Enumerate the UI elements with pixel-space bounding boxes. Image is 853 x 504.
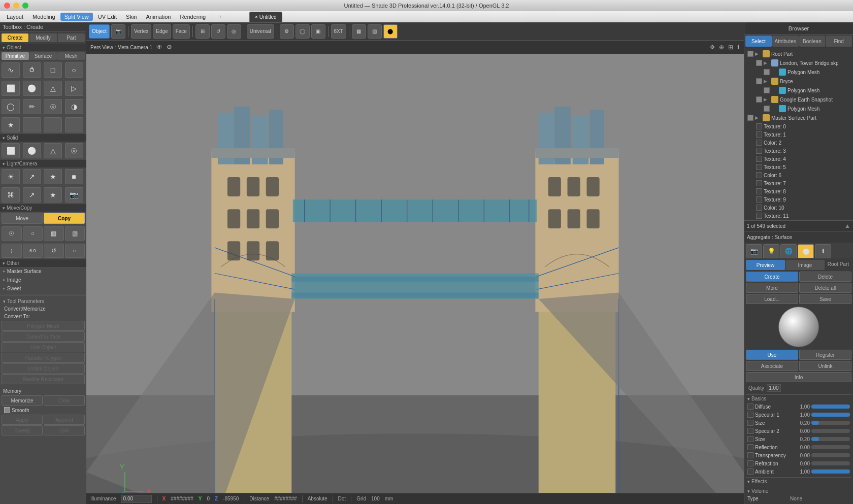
move-btn-5[interactable]: ↕ — [2, 244, 22, 258]
mat-tab-bg[interactable]: 🌐 — [780, 244, 797, 258]
tree-texture-7[interactable]: Texture: 7 — [746, 179, 851, 187]
move-btn-1[interactable]: ☉ — [2, 226, 22, 241]
browser-tab-find[interactable]: Find — [826, 36, 852, 47]
toolbar-square[interactable]: ▣ — [311, 24, 325, 39]
tree-check-poly3[interactable] — [764, 106, 770, 112]
prop-check-spec1[interactable] — [747, 412, 753, 418]
close-button[interactable] — [4, 3, 10, 9]
prop-slider-diffuse[interactable] — [811, 405, 850, 409]
prop-slider-refr[interactable] — [811, 461, 850, 465]
toolbar-ring[interactable]: ◯ — [296, 24, 310, 39]
toolbar-grid3[interactable]: ▧ — [368, 24, 382, 39]
btn-curved-surface[interactable]: Curved Surface — [2, 331, 85, 342]
light-btn-2[interactable]: ↗ — [23, 169, 41, 184]
move-button[interactable]: Move — [2, 213, 43, 224]
tool-arrow[interactable]: ▷ — [65, 81, 83, 96]
tree-texture-0[interactable]: Texture: 0 — [746, 122, 851, 130]
mat-save-btn[interactable]: Save — [799, 294, 851, 304]
tree-poly-mesh-3[interactable]: ▶ Polygon Mesh — [746, 104, 851, 113]
menu-minus[interactable]: − — [227, 13, 238, 21]
viewport[interactable]: Pers View : Meta Camera 1 👁 ⚙ ✥ ⊕ ⊞ ℹ — [86, 41, 744, 493]
tree-check-tex5[interactable] — [756, 164, 762, 170]
tree-check-tex7[interactable] — [756, 180, 762, 186]
prop-check-diffuse[interactable] — [747, 404, 753, 410]
tree-color-10[interactable]: Color: 10 — [746, 204, 851, 212]
toolbar-circle[interactable]: ◎ — [227, 24, 241, 39]
tool-ring[interactable]: ⦾ — [44, 99, 62, 114]
viewport-icon-eye[interactable]: 👁 — [156, 44, 162, 51]
tree-texture-9[interactable]: Texture: 9 — [746, 195, 851, 204]
tree-texture-8[interactable]: Texture: 8 — [746, 187, 851, 195]
tab-untitled[interactable]: × Untitled — [249, 12, 282, 22]
toolbar-8xt[interactable]: 8XT — [331, 24, 346, 39]
tree-check-tex11[interactable] — [756, 213, 762, 219]
menu-modeling[interactable]: Modeling — [28, 13, 59, 21]
tree-texture-4[interactable]: Texture: 4 — [746, 155, 851, 163]
mat-tab-surface[interactable]: ⬤ — [798, 244, 814, 258]
tool-extra2[interactable] — [23, 117, 41, 132]
tree-check-tex9[interactable] — [756, 196, 762, 203]
subtab-mesh[interactable]: Mesh — [57, 52, 85, 60]
prop-check-refr[interactable] — [747, 460, 753, 466]
toolbar-object[interactable]: Object — [89, 24, 110, 39]
link-button[interactable]: Link — [44, 425, 85, 435]
mat-register-btn[interactable]: Register — [799, 350, 851, 360]
mat-tab-info[interactable]: ℹ — [815, 244, 831, 258]
menu-uvedit[interactable]: UV Edit — [94, 13, 121, 21]
menu-rendering[interactable]: Rendering — [176, 13, 210, 21]
prop-check-size2[interactable] — [747, 436, 753, 442]
subtab-primitive[interactable]: Primitive — [2, 52, 29, 60]
tree-check-master[interactable] — [747, 115, 753, 121]
solid-btn-4[interactable]: ⦾ — [65, 143, 83, 158]
move-btn-7[interactable]: ↺ — [44, 244, 64, 258]
apply-button[interactable]: Apply — [2, 415, 43, 425]
light-btn-1[interactable]: ☀ — [2, 169, 20, 184]
move-btn-3[interactable]: ▦ — [44, 226, 64, 241]
tree-poly-mesh-2[interactable]: ▶ Polygon Mesh — [746, 86, 851, 95]
other-master-surface[interactable]: Master Surface — [0, 267, 86, 276]
tab-create[interactable]: Create — [2, 33, 28, 42]
mat-info-btn[interactable]: Info — [746, 372, 851, 382]
tree-check-tex3[interactable] — [756, 148, 762, 154]
prop-check-amb[interactable] — [747, 468, 753, 475]
solid-btn-1[interactable]: ⬜ — [2, 143, 20, 158]
mat-subtab-preview[interactable]: Preview — [746, 260, 785, 270]
move-btn-4[interactable]: ▧ — [65, 226, 85, 241]
browser-tab-select[interactable]: Select — [745, 36, 772, 47]
tree-check-bryce[interactable] — [756, 78, 762, 84]
tool-cone[interactable]: △ — [44, 81, 62, 96]
mat-unlink-btn[interactable]: Unlink — [799, 361, 851, 371]
prop-check-refl[interactable] — [747, 444, 753, 450]
memorize-button[interactable]: Memorize — [2, 395, 43, 406]
tree-google-earth[interactable]: ▶ Google Earth Snapshot — [746, 95, 851, 104]
tool-cube[interactable]: ⬜ — [2, 81, 20, 96]
tree-check-poly1[interactable] — [764, 69, 770, 75]
tree-bryce[interactable]: ▶ Bryce — [746, 77, 851, 86]
tree-check-col10[interactable] — [756, 205, 762, 211]
tree-master-surface[interactable]: ▶ Master Surface Part — [746, 113, 851, 122]
minimize-button[interactable] — [13, 3, 19, 9]
tree-expand-google[interactable]: ▶ — [764, 97, 770, 102]
tree-check-tex0[interactable] — [756, 123, 762, 129]
menu-skin[interactable]: Skin — [122, 13, 141, 21]
tree-expand-bryce[interactable]: ▶ — [764, 79, 770, 84]
viewport-icon-zoom[interactable]: ⊕ — [719, 44, 724, 51]
tool-torus[interactable]: ◯ — [2, 99, 20, 114]
tree-texture-5[interactable]: Texture: 5 — [746, 163, 851, 171]
prop-slider-amb[interactable] — [811, 469, 850, 474]
mat-tab-camera[interactable]: 📷 — [746, 244, 762, 258]
toolbar-refresh[interactable]: ↺ — [211, 24, 225, 39]
prop-slider-trans[interactable] — [811, 453, 850, 457]
viewport-icon-move[interactable]: ✥ — [710, 44, 715, 51]
tree-check-tex8[interactable] — [756, 188, 762, 194]
toolbar-face[interactable]: Face — [173, 24, 190, 39]
mat-tab-light[interactable]: 💡 — [763, 244, 779, 258]
maximize-button[interactable] — [22, 3, 28, 9]
tree-check-col2[interactable] — [756, 140, 762, 146]
mat-use-btn[interactable]: Use — [746, 350, 798, 360]
tool-pen[interactable]: ✏ — [23, 99, 41, 114]
btn-polygon-mesh[interactable]: Polygon Mesh — [2, 321, 85, 331]
toolbar-grid[interactable]: ⊞ — [195, 24, 210, 39]
tree-color-2[interactable]: Color: 2 — [746, 139, 851, 147]
toolbar-grid2[interactable]: ▦ — [352, 24, 366, 39]
